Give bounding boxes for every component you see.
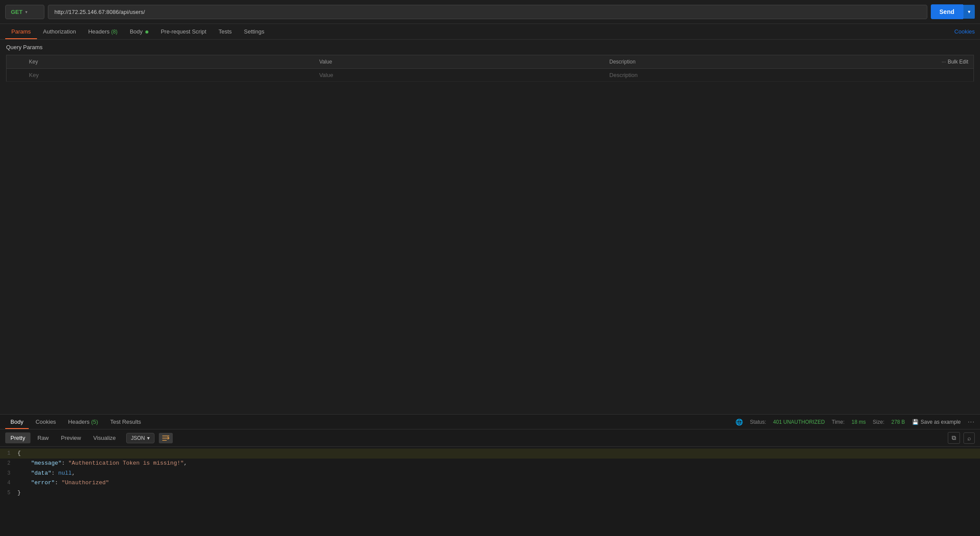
time-value: 18 ms [852,419,866,425]
row-key[interactable]: Key [24,69,314,82]
url-input-container [48,5,927,19]
format-tab-raw[interactable]: Raw [32,432,54,443]
search-button[interactable]: ⌕ [963,432,975,444]
format-type-select[interactable]: JSON ▾ [126,433,154,443]
tab-pre-request-script[interactable]: Pre-request Script [154,24,212,39]
request-tab-bar: Params Authorization Headers (8) Body Pr… [0,24,980,40]
format-tab-visualize[interactable]: Visualize [88,432,121,443]
code-line-3: 3 "data": null, [0,469,980,479]
tab-body[interactable]: Body [124,24,154,39]
globe-icon: 🌐 [735,419,743,425]
send-button-group: Send ▾ [931,4,975,19]
response-tab-cookies[interactable]: Cookies [30,415,61,429]
save-example-button[interactable]: 💾 Save as example [912,419,961,425]
tab-settings[interactable]: Settings [238,24,271,39]
response-tab-test-results[interactable]: Test Results [105,415,146,429]
value-col-header: Value [314,55,604,69]
response-meta: 🌐 Status: 401 UNAUTHORIZED Time: 18 ms S… [735,418,975,426]
format-tab-pretty[interactable]: Pretty [5,432,30,443]
code-line-2: 2 "message": "Authentication Token is mi… [0,459,980,469]
row-checkbox[interactable] [7,69,24,82]
code-line-4: 4 "error": "Unauthorized" [0,478,980,488]
row-actions [922,69,974,82]
format-tab-preview[interactable]: Preview [56,432,86,443]
tab-params[interactable]: Params [5,24,37,39]
bulk-edit-button[interactable]: ··· Bulk Edit [927,59,969,65]
cookies-link[interactable]: Cookies [954,24,975,39]
bulk-edit-col-header: ··· Bulk Edit [922,55,974,69]
status-value: 401 UNAUTHORIZED [773,419,825,425]
tab-tests[interactable]: Tests [212,24,238,39]
send-button[interactable]: Send [931,4,963,19]
method-chevron-icon: ▾ [25,10,27,14]
code-area[interactable]: 1 { 2 "message": "Authentication Token i… [0,447,980,536]
wrap-button[interactable] [159,433,173,443]
status-label: Status: [750,419,766,425]
key-col-header: Key [24,55,314,69]
size-value: 278 B [891,419,905,425]
response-headers-badge: (5) [91,419,98,425]
save-icon: 💾 [912,419,919,425]
code-line-5: 5 } [0,488,980,498]
checkbox-col-header [7,55,24,69]
params-section: Query Params Key Value Description ··· B… [0,40,980,414]
search-icon: ⌕ [967,435,971,442]
send-dropdown-button[interactable]: ▾ [963,5,975,19]
tab-authorization[interactable]: Authorization [37,24,82,39]
format-chevron-icon: ▾ [147,435,150,441]
more-options-icon[interactable]: ··· [968,418,975,426]
desc-col-header: Description [604,55,921,69]
body-dot-indicator [145,30,148,34]
headers-badge: (8) [111,29,117,35]
response-tab-body[interactable]: Body [5,415,29,429]
url-input[interactable] [54,9,921,15]
params-table: Key Value Description ··· Bulk Edit Key … [6,55,974,82]
response-tab-headers[interactable]: Headers (5) [63,415,104,429]
code-line-1: 1 { [0,449,980,459]
copy-icon: ⧉ [952,434,956,441]
lower-panel: Body Cookies Headers (5) Test Results 🌐 … [0,414,980,536]
response-tab-bar: Body Cookies Headers (5) Test Results 🌐 … [0,415,980,429]
copy-button[interactable]: ⧉ [948,432,960,444]
row-value[interactable]: Value [314,69,604,82]
query-params-title: Query Params [6,44,974,50]
ellipsis-icon: ··· [942,59,946,65]
url-bar: GET ▾ Send ▾ [0,0,980,24]
row-description[interactable]: Description [604,69,921,82]
app-container: GET ▾ Send ▾ Params Authorization Header… [0,0,980,536]
size-label: Size: [873,419,885,425]
body-format-bar: Pretty Raw Preview Visualize JSON ▾ [0,429,980,447]
table-row: Key Value Description [7,69,974,82]
method-select[interactable]: GET ▾ [5,5,44,19]
tab-headers[interactable]: Headers (8) [82,24,124,39]
method-label: GET [11,9,23,15]
time-label: Time: [832,419,845,425]
